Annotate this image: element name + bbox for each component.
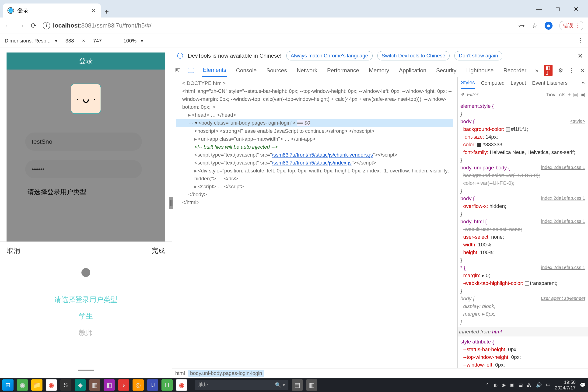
tray-chevron-icon[interactable]: ⌃ [485,382,489,388]
tab-lighthouse[interactable]: Lighthouse [465,64,494,77]
profile-avatar-icon[interactable]: ● [544,22,552,30]
close-notice-icon[interactable]: ✕ [578,52,583,60]
hov-toggle[interactable]: :hov [546,92,556,98]
window-close[interactable]: ✕ [574,6,579,13]
picker-wheel[interactable]: 请选择登录用户类型 学生 教师 [0,260,172,368]
picker-option[interactable]: 学生 [79,312,93,321]
tab-sources[interactable]: Sources [266,64,288,77]
picker-option[interactable]: 教师 [79,328,93,338]
more-styles-tabs-icon[interactable]: » [582,80,585,86]
tab-event-listeners[interactable]: Event Listeners [532,80,568,86]
dimensions-dropdown[interactable]: Dimensions: Resp... [5,38,51,44]
chevron-down-icon[interactable]: ▾ [55,38,58,44]
intellij-icon[interactable]: IJ [147,380,158,390]
tab-performance[interactable]: Performance [326,64,360,77]
tab-console[interactable]: Console [235,64,258,77]
info-icon: ⓘ [177,52,183,60]
dismiss-notice-button[interactable]: Don't show again [454,51,502,60]
tray-icon[interactable]: 🖧 [527,382,532,388]
tab-layout[interactable]: Layout [510,80,526,86]
window-minimize[interactable]: — [536,6,542,13]
match-language-button[interactable]: Always match Chrome's language [286,51,373,60]
app-icon[interactable]: ◉ [17,380,28,390]
file-explorer-icon[interactable]: 📁 [31,380,42,390]
app-icon[interactable]: ◎ [132,380,144,390]
hbuilder-icon[interactable]: H [162,380,173,390]
styles-filter-input[interactable]: Filter [467,92,544,98]
picker-done-button[interactable]: 完成 [152,246,165,255]
error-count-badge[interactable]: ◧ 1 [544,65,552,76]
window-maximize[interactable]: □ [556,6,560,13]
styles-rules[interactable]: element.style { } <style>body { backgrou… [458,100,588,368]
notification-icon[interactable]: 💬 [580,382,586,388]
netease-icon[interactable]: ♪ [118,380,129,390]
chrome-icon[interactable]: ◉ [46,380,57,390]
cls-toggle[interactable]: .cls [558,92,565,98]
site-info-icon[interactable]: i [43,22,50,30]
system-tray[interactable]: ⌃ ◐ ◉ ▣ ⬓ 🖧 🔊 中 19:50 2024/7/17 💬 [485,380,586,390]
sublime-icon[interactable]: S [60,380,72,390]
tab-network[interactable]: Network [296,64,318,77]
device-more-icon[interactable]: ⋮ [577,37,583,44]
device-mode-toggle-icon[interactable] [188,68,194,73]
more-tabs-icon[interactable]: » [535,67,538,74]
new-rule-icon[interactable]: + [568,92,571,98]
tab-application[interactable]: Application [398,64,427,77]
tray-icon[interactable]: ⬓ [518,382,523,388]
tab-strip: 🌐 登录 ✕ + — □ ✕ [0,0,588,18]
dom-breadcrumb[interactable]: html body.uni-body.pages-login-login [172,368,588,378]
password-input[interactable]: •••••• [25,160,142,178]
devtools-tabs: ⇱ Elements Console Sources Network Perfo… [172,64,588,77]
settings-gear-icon[interactable]: ⚙ [558,67,563,74]
zoom-dropdown[interactable]: 100% [124,38,136,44]
tab-elements[interactable]: Elements [202,64,227,77]
taskbar-search[interactable]: 地址 🔍 ▾ [195,380,288,390]
ime-icon[interactable]: 中 [546,382,551,388]
picker-option[interactable]: 请选择登录用户类型 [54,295,117,304]
app-icon[interactable]: ▤ [292,380,303,390]
close-tab-icon[interactable]: ✕ [91,7,96,14]
dom-tree[interactable]: <!DOCTYPE html> <html lang="zh-CN" style… [172,77,457,368]
devtools-menu-icon[interactable]: ⋮ [569,67,574,74]
tab-security[interactable]: Security [435,64,457,77]
username-input[interactable]: testSno [25,132,142,151]
taskbar-clock[interactable]: 19:50 2024/7/17 [555,380,576,390]
chrome-icon[interactable]: ◉ [176,380,187,390]
app-icon[interactable]: ◧ [104,380,115,390]
user-type-picker-label[interactable]: 请选择登录用户类型 [25,188,86,196]
browser-tab[interactable]: 🌐 登录 ✕ [3,4,101,18]
start-button[interactable]: ⊞ [2,380,14,390]
password-key-icon[interactable]: ⊶ [518,22,525,30]
new-tab-button[interactable]: + [101,6,112,18]
app-icon[interactable]: ▥ [306,380,317,390]
app-icon[interactable]: ▦ [89,380,100,390]
volume-icon[interactable]: 🔊 [536,382,542,388]
devtools-language-notice: ⓘ DevTools is now available in Chinese! … [172,48,588,64]
bookmark-star-icon[interactable]: ☆ [532,22,538,30]
url-field[interactable]: i localhost:8081/ssm83l7u/front/h5/#/ [43,22,512,30]
close-devtools-icon[interactable]: ✕ [580,67,585,74]
tray-icon[interactable]: ▣ [510,382,514,388]
box-model-icon[interactable]: ▣ [580,92,585,98]
tray-icon[interactable]: ◉ [502,382,506,388]
tab-computed[interactable]: Computed [481,80,505,86]
picker-cancel-button[interactable]: 取消 [7,246,20,255]
tab-styles[interactable]: Styles [461,77,475,89]
back-icon[interactable]: ← [5,22,12,30]
crumb-html[interactable]: html [175,370,185,376]
switch-language-button[interactable]: Switch DevTools to Chinese [377,51,450,60]
computed-panel-icon[interactable]: ▤ [573,92,578,98]
device-height[interactable]: 747 [89,38,106,44]
app-icon[interactable]: ◆ [75,380,86,390]
styles-panel: Styles Computed Layout Event Listeners »… [457,77,588,368]
tab-recorder[interactable]: Recorder [502,64,527,77]
notice-text: DevTools is now available in Chinese! [188,52,282,59]
inspect-element-icon[interactable]: ⇱ [175,67,180,74]
chevron-down-icon[interactable]: ▾ [141,38,143,44]
reload-icon[interactable]: ⟳ [31,22,37,30]
crumb-body[interactable]: body.uni-body.pages-login-login [188,370,264,377]
device-width[interactable]: 388 [62,38,78,44]
tab-memory[interactable]: Memory [368,64,390,77]
tray-icon[interactable]: ◐ [494,382,498,388]
extension-error-badge[interactable]: 错误⋮ [560,21,583,30]
